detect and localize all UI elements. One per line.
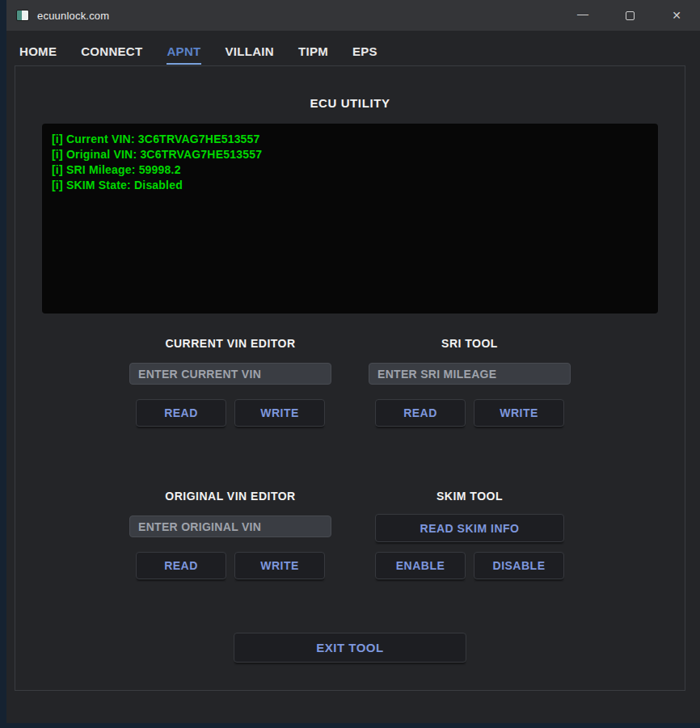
tab-connect[interactable]: CONNECT [81,44,142,65]
original-vin-input[interactable] [129,515,331,537]
sri-tool-title: SRI TOOL [369,337,571,351]
original-vin-editor-title: ORIGINAL VIN EDITOR [129,490,331,503]
output-console: [i] Current VIN: 3C6TRVAG7HE513557 [i] O… [42,124,658,314]
exit-row: EXIT TOOL [15,633,685,663]
original-vin-write-button[interactable]: WRITE [234,552,325,579]
main-panel: ECU UTILITY [i] Current VIN: 3C6TRVAG7HE… [15,65,685,691]
window-controls: — ✕ [559,0,700,31]
original-vin-read-button[interactable]: READ [136,552,226,579]
close-button[interactable]: ✕ [653,0,700,31]
current-vin-input[interactable] [129,363,331,385]
read-skim-info-button[interactable]: READ SKIM INFO [375,514,564,542]
current-vin-write-button[interactable]: WRITE [234,399,325,427]
tab-home[interactable]: HOME [19,44,57,65]
console-line: [i] Current VIN: 3C6TRVAG7HE513557 [52,132,648,147]
console-line: [i] SRI Mileage: 59998.2 [52,162,648,178]
sri-write-button[interactable]: WRITE [474,399,564,427]
console-line: [i] SKIM State: Disabled [52,178,648,193]
skim-disable-button[interactable]: DISABLE [474,552,564,579]
minimize-button[interactable]: — [559,0,606,31]
sri-tool-section: SRI TOOL READ WRITE [369,337,571,427]
minimize-icon: — [577,7,588,20]
tab-eps[interactable]: EPS [352,44,377,65]
exit-tool-button[interactable]: EXIT TOOL [234,633,466,663]
skim-enable-button[interactable]: ENABLE [375,552,466,579]
current-vin-editor-title: CURRENT VIN EDITOR [129,337,331,351]
current-vin-read-button[interactable]: READ [136,399,226,427]
original-vin-editor-section: ORIGINAL VIN EDITOR READ WRITE [129,490,331,579]
app-icon [16,10,29,21]
tools-grid: CURRENT VIN EDITOR READ WRITE SRI TOOL R… [15,337,685,579]
maximize-button[interactable] [606,0,653,31]
app-window: ecuunlock.com — ✕ HOME CONNECT APNT VILL… [6,0,700,723]
tab-apnt[interactable]: APNT [167,44,200,65]
tab-tipm[interactable]: TIPM [298,44,328,65]
titlebar: ecuunlock.com — ✕ [6,0,700,31]
skim-tool-title: SKIM TOOL [369,490,571,503]
page-title: ECU UTILITY [15,96,685,110]
maximize-icon [626,11,635,20]
window-title: ecuunlock.com [37,10,109,22]
sri-read-button[interactable]: READ [375,399,466,427]
skim-tool-section: SKIM TOOL READ SKIM INFO ENABLE DISABLE [369,490,571,579]
console-line: [i] Original VIN: 3C6TRVAG7HE513557 [52,147,648,162]
close-icon: ✕ [672,9,681,22]
current-vin-editor-section: CURRENT VIN EDITOR READ WRITE [129,337,331,427]
tab-bar: HOME CONNECT APNT VILLAIN TIPM EPS [19,44,700,65]
tab-villain[interactable]: VILLAIN [226,44,274,65]
sri-mileage-input[interactable] [369,363,571,385]
